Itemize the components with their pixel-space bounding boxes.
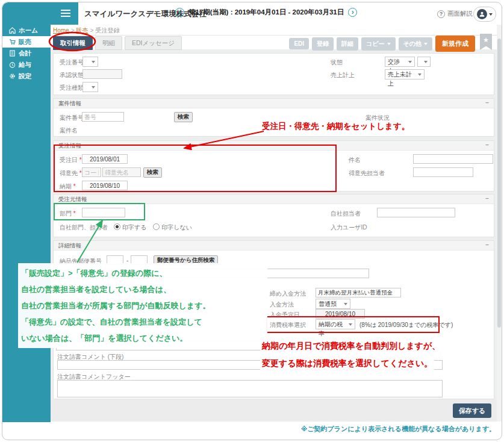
project-name-label: 案件名	[60, 126, 78, 135]
breadcrumb-separator: >	[90, 27, 94, 34]
help-label: 画面解説	[447, 10, 473, 18]
tax-note-line: 納期の年月日で消費税率を自動判別しますが、	[260, 337, 442, 355]
sidebar-item-label: 販売	[19, 38, 31, 46]
tab-line-items[interactable]: 明細	[95, 36, 122, 50]
create-new-button[interactable]: 新規作成	[435, 36, 475, 52]
breadcrumb-home-link[interactable]: Home	[53, 27, 69, 34]
input-user-id-label: 入力ユーザID	[331, 223, 367, 232]
annotation-red-rect-order	[54, 145, 337, 192]
tab-transaction-info[interactable]: 取引情報	[53, 36, 93, 50]
origin-section-title: 受注元情報	[58, 195, 87, 204]
detail-section-title: 詳細情報	[58, 241, 81, 250]
customer-contact-input[interactable]	[413, 167, 473, 177]
hamburger-menu-icon[interactable]	[61, 10, 70, 19]
other-button[interactable]: その他	[399, 37, 432, 51]
cart-icon	[9, 39, 16, 45]
green-note-line: 自社の営業担当者が所属する部門が自動反映します。	[21, 297, 264, 314]
home-icon	[9, 27, 16, 34]
scrollbar-thumb[interactable]	[497, 39, 501, 328]
sales-posting-label: 売上計上	[331, 71, 355, 79]
radio-print-on[interactable]	[114, 223, 120, 230]
copy-button-label: コピー	[366, 40, 384, 48]
status-select[interactable]: 交渉中	[385, 57, 415, 67]
project-search-button[interactable]: 検索	[174, 112, 193, 122]
app-window: ホーム 販売 会計 給与 設定 スマイルワークスデモ環境株式会社 ‹ 第17期(…	[2, 2, 502, 440]
status-sub-select[interactable]	[417, 57, 431, 67]
collapse-icon[interactable]: −	[485, 141, 489, 150]
chevron-down-icon	[424, 43, 428, 47]
tab-edi-message[interactable]: EDIメッセージ	[125, 36, 182, 50]
chevron-down-icon	[387, 43, 391, 47]
collapse-icon[interactable]: −	[485, 99, 489, 108]
footer-bar	[51, 399, 497, 422]
user-menu-button[interactable]	[473, 7, 496, 22]
payment-method-label: 入金方法	[270, 300, 294, 309]
subject-label: 件名	[349, 156, 361, 164]
project-section-header: 案件情報 −	[54, 99, 494, 108]
breadcrumb-separator: >	[71, 27, 75, 34]
person-icon	[479, 11, 485, 17]
project-number-label: 案件番号	[60, 114, 84, 122]
bookmark-star-icon[interactable]: ★	[480, 34, 492, 50]
subject-input[interactable]	[413, 154, 493, 164]
fiscal-period-text: 第17期(当期) : 2019年04月01日 - 2020年03月31日	[188, 8, 344, 17]
radio-print-on-label: 印字する	[122, 224, 146, 231]
approval-label: 承認状態	[60, 71, 84, 79]
order-no-select[interactable]	[82, 57, 98, 67]
closing-payment-label: 締め入金方法	[270, 290, 306, 298]
sidebar-item-label: 給与	[19, 61, 31, 69]
own-staff-label: 自社担当者	[331, 210, 361, 218]
project-number-input[interactable]	[82, 112, 124, 122]
green-note-line: 「販売設定」>「得意先」の登録の際に、	[21, 265, 264, 281]
approval-input[interactable]	[82, 69, 122, 79]
comment-footer-textarea[interactable]	[57, 380, 443, 397]
register-button[interactable]: 登録	[312, 37, 334, 51]
toolbar: EDI 登録 詳細 コピー その他 新規作成	[289, 36, 475, 52]
question-icon: ?	[437, 10, 445, 18]
annotation-green-rect-department	[54, 203, 145, 220]
collapse-icon[interactable]: −	[485, 195, 489, 204]
status-label: 状態	[331, 58, 343, 67]
closing-payment-input[interactable]	[316, 288, 401, 297]
sidebar-item-home[interactable]: ホーム	[2, 25, 51, 36]
sidebar-item-accounting[interactable]: 会計	[2, 48, 51, 59]
clock-icon	[9, 61, 16, 68]
fiscal-period-selector: ‹ 第17期(当期) : 2019年04月01日 - 2020年03月31日 ›	[175, 8, 357, 17]
edi-button[interactable]: EDI	[289, 38, 309, 49]
collapse-icon[interactable]: −	[485, 241, 489, 250]
print-option-radios: 印字する 印字しない	[114, 223, 192, 232]
plan-note: ※ご契約プランにより表示される機能が異なる場合があります。	[301, 425, 496, 434]
sidebar-item-label: 設定	[19, 72, 31, 81]
copy-button[interactable]: コピー	[361, 37, 395, 51]
detail-button[interactable]: 詳細	[337, 37, 358, 51]
sidebar-item-label: 会計	[19, 49, 31, 58]
period-prev-icon[interactable]: ‹	[175, 8, 184, 17]
breadcrumb-current: 受注登録	[95, 27, 119, 34]
sidebar	[2, 25, 51, 422]
breadcrumb-sales-link[interactable]: 販売	[76, 27, 89, 34]
customer-contact-label: 得意先担当者	[349, 169, 385, 178]
save-button[interactable]: 保存する	[453, 403, 491, 418]
sidebar-item-settings[interactable]: 設定	[2, 70, 51, 82]
screen-help-button[interactable]: ? 画面解説	[437, 10, 473, 18]
radio-print-off-label: 印字しない	[161, 224, 192, 231]
tax-note-line: 変更する際は消費税率を選択してください。	[260, 355, 434, 372]
green-note-line: 「得意先」の設定で、自社の営業担当者を設定して	[21, 314, 264, 330]
project-section-title: 案件情報	[58, 99, 81, 108]
order-type-select[interactable]	[82, 82, 98, 92]
annotation-tax-note: 納期の年月日で消費税率を自動判別しますが、 変更する際は消費税率を選択してくださ…	[260, 337, 500, 372]
own-staff-input[interactable]	[377, 208, 455, 217]
period-next-icon[interactable]: ›	[348, 8, 357, 17]
user-avatar-icon	[477, 9, 487, 19]
annotation-order-note: 受注日・得意先・納期をセットします。	[260, 120, 411, 132]
other-button-label: その他	[403, 40, 422, 48]
green-note-line: いない場合は、「部門」を選択してください。	[21, 330, 264, 346]
payment-method-select[interactable]: 普通預金	[316, 299, 350, 309]
sales-posting-select[interactable]: 売上未計上	[385, 69, 425, 79]
print-option-label: 自社部門、担当者	[60, 223, 108, 232]
sidebar-item-sales[interactable]: 販売	[2, 36, 51, 48]
sidebar-item-payroll[interactable]: 給与	[2, 59, 51, 70]
detail-section-header: 詳細情報 −	[54, 241, 494, 251]
radio-print-off[interactable]	[153, 223, 160, 230]
annotation-green-note: 「販売設定」>「得意先」の登録の際に、 自社の営業担当者を設定している場合は、 …	[18, 263, 267, 348]
